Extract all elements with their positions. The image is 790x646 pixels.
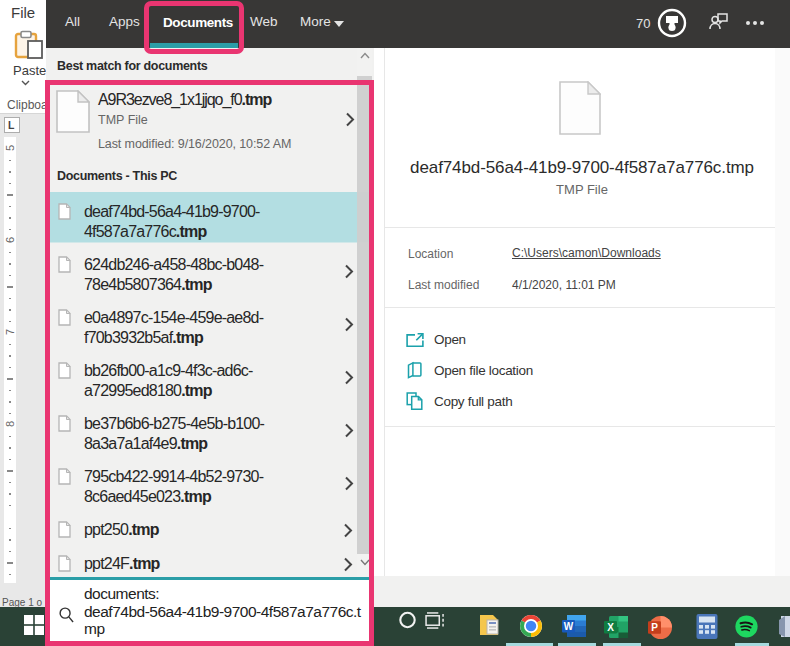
svg-text:X: X — [607, 622, 614, 633]
svg-text:P: P — [651, 622, 658, 633]
svg-text:W: W — [564, 621, 574, 632]
